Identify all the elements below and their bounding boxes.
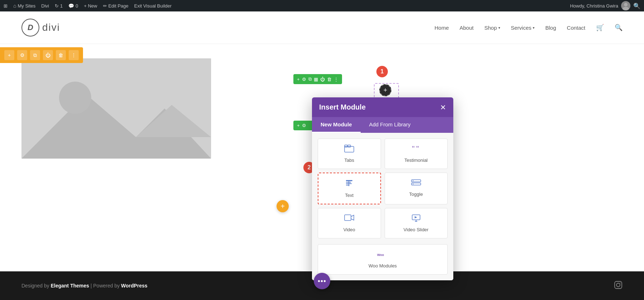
howdy-text: Howdy, Christina Gwira: [570, 3, 618, 9]
bottom-dots-btn[interactable]: •••: [314, 273, 330, 289]
video-slider-label: Video Slider: [404, 227, 429, 232]
nav-home[interactable]: Home: [434, 25, 449, 31]
svg-rect-11: [346, 180, 352, 181]
svg-point-24: [616, 283, 620, 287]
svg-text:Woo: Woo: [377, 253, 384, 257]
exit-builder-btn[interactable]: Exit Visual Builder: [134, 3, 172, 9]
row-more-btn[interactable]: ⋮: [334, 77, 338, 82]
text-label: Text: [345, 193, 353, 198]
row2-settings-btn[interactable]: ⚙: [302, 123, 306, 128]
row-delete-btn[interactable]: 🗑: [327, 77, 332, 82]
my-sites-label: My Sites: [18, 3, 35, 9]
woo-label: Woo Modules: [369, 263, 397, 268]
wp-icon: ⊞: [4, 3, 8, 9]
toggle-icon: [411, 179, 421, 189]
update-icon: ↻: [55, 3, 59, 9]
row-add-btn[interactable]: +: [297, 77, 300, 82]
module-tabs[interactable]: Tabs: [318, 139, 381, 169]
tab-new-module[interactable]: New Module: [312, 117, 361, 133]
module-testimonial[interactable]: " " Testimonial: [385, 139, 448, 169]
woo-row: Woo Woo Modules: [312, 244, 453, 280]
nav-shop[interactable]: Shop ▾: [484, 25, 500, 31]
avatar: [621, 1, 630, 10]
exit-label: Exit Visual Builder: [134, 3, 172, 9]
dialog-header: Insert Module ✕: [312, 97, 453, 117]
cart-icon[interactable]: 🛒: [596, 24, 604, 32]
edit-page-label: Edit Page: [108, 3, 128, 9]
svg-text:": ": [416, 145, 419, 153]
row-settings-btn[interactable]: ⚙: [302, 77, 306, 82]
svg-rect-7: [345, 145, 347, 147]
module-woo[interactable]: Woo Woo Modules: [318, 244, 448, 275]
site-wrapper: D divi Home About Shop ▾ Services ▾ Blog: [0, 11, 644, 300]
toolbar-toggle-btn[interactable]: ⏻: [43, 50, 53, 60]
dialog-body: Tabs " " Testimonial: [312, 133, 453, 244]
dialog-close-btn[interactable]: ✕: [440, 104, 446, 111]
updates-count: 1: [60, 3, 63, 9]
svg-point-1: [623, 7, 629, 10]
site-header: D divi Home About Shop ▾ Services ▾ Blog: [0, 11, 644, 44]
row-builder-toolbar: + ⚙ ⧉ ▦ ⏻ 🗑 ⋮: [293, 74, 342, 84]
toolbar-delete-btn[interactable]: 🗑: [56, 50, 66, 60]
dialog-title: Insert Module: [319, 103, 366, 111]
module-toggle[interactable]: Toggle: [385, 173, 448, 204]
svg-text:": ": [412, 145, 415, 153]
row2-add-btn[interactable]: +: [297, 123, 300, 128]
toggle-label: Toggle: [409, 192, 423, 197]
toolbar-more-btn[interactable]: ⋮: [69, 50, 79, 60]
dialog-tabs: New Module Add From Library: [312, 117, 453, 133]
wp-logo[interactable]: ⊞: [4, 3, 8, 9]
site-nav: Home About Shop ▾ Services ▾ Blog Contac…: [434, 24, 623, 32]
row-toggle-btn[interactable]: ⏻: [320, 77, 325, 82]
updates-btn[interactable]: ↻ 1: [55, 3, 63, 9]
section-builder-toolbar: + ⚙ ⧉ ⏻ 🗑 ⋮: [0, 47, 83, 63]
add-module-btn[interactable]: +: [379, 84, 391, 96]
nav-contact[interactable]: Contact: [567, 25, 585, 31]
module-video[interactable]: Video: [318, 208, 381, 238]
video-slider-icon: [411, 214, 421, 224]
logo-letter: D: [28, 23, 33, 32]
video-label: Video: [343, 227, 355, 232]
comments-count: 0: [75, 3, 78, 9]
toolbar-settings-btn[interactable]: ⚙: [17, 50, 27, 60]
nav-services[interactable]: Services ▾: [511, 25, 535, 31]
svg-rect-8: [348, 145, 351, 147]
center-add-btn[interactable]: +: [277, 200, 289, 212]
testimonial-icon: " ": [411, 145, 421, 155]
text-icon: [345, 179, 353, 190]
new-label: + New: [84, 3, 97, 9]
new-btn[interactable]: + New: [84, 3, 97, 9]
testimonial-label: Testimonial: [404, 158, 428, 163]
admin-bar: ⊞ ⌂ My Sites Divi ↻ 1 💬 0 + New ✏ Edit P…: [0, 0, 644, 11]
tab-add-from-library[interactable]: Add From Library: [361, 117, 419, 133]
module-text[interactable]: Text: [318, 173, 381, 204]
svg-rect-12: [346, 182, 351, 183]
row-grid-btn[interactable]: ▦: [314, 77, 318, 82]
row-duplicate-btn[interactable]: ⧉: [308, 76, 312, 82]
admin-search-icon[interactable]: 🔍: [633, 3, 640, 9]
my-sites-btn[interactable]: ⌂ My Sites: [13, 3, 35, 9]
site-logo[interactable]: D divi: [21, 19, 60, 37]
svg-point-5: [59, 82, 91, 114]
footer-instagram-icon[interactable]: [614, 281, 623, 291]
nav-search-icon[interactable]: 🔍: [615, 24, 623, 32]
toolbar-add-btn[interactable]: +: [4, 50, 14, 60]
divi-btn[interactable]: Divi: [41, 3, 49, 9]
step-badge-1: 1: [376, 66, 388, 77]
comments-btn[interactable]: 💬 0: [68, 3, 78, 9]
nav-blog[interactable]: Blog: [545, 25, 556, 31]
logo-circle: D: [21, 19, 39, 37]
module-video-slider[interactable]: Video Slider: [385, 208, 448, 238]
insert-module-dialog: Insert Module ✕ New Module Add From Libr…: [312, 97, 453, 280]
image-placeholder: [21, 58, 211, 159]
toolbar-duplicate-btn[interactable]: ⧉: [30, 50, 40, 60]
svg-point-25: [620, 282, 621, 283]
video-icon: [344, 214, 354, 224]
svg-marker-21: [415, 216, 417, 218]
nav-about[interactable]: About: [459, 25, 473, 31]
edit-page-btn[interactable]: ✏ Edit Page: [103, 3, 128, 9]
comment-icon: 💬: [68, 3, 74, 9]
services-arrow-icon: ▾: [533, 26, 535, 30]
svg-point-0: [624, 3, 628, 6]
svg-rect-23: [615, 281, 622, 289]
